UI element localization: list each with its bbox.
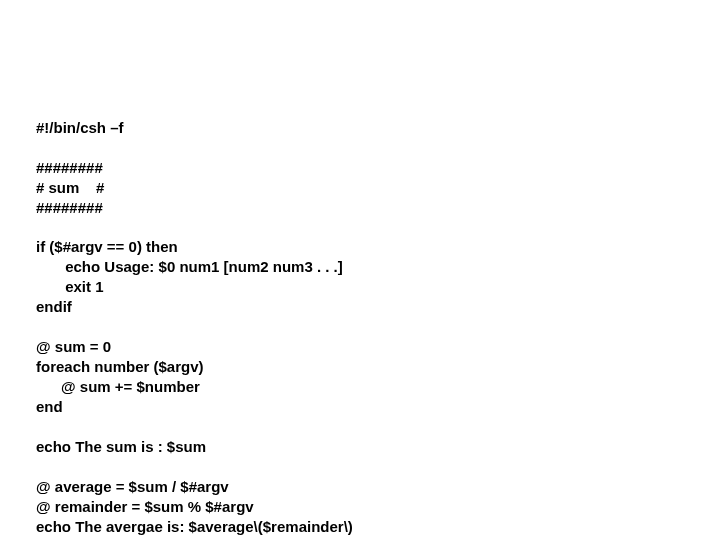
code-line: end xyxy=(36,398,63,415)
code-line: ######## xyxy=(36,159,103,176)
code-line: endif xyxy=(36,298,72,315)
code-line: #!/bin/csh –f xyxy=(36,119,124,136)
code-line: if ($#argv == 0) then xyxy=(36,238,178,255)
code-line: echo The sum is : $sum xyxy=(36,438,206,455)
code-line: @ remainder = $sum % $#argv xyxy=(36,498,254,515)
code-line: ######## xyxy=(36,199,103,216)
code-line: # sum # xyxy=(36,179,104,196)
code-line: echo Usage: $0 num1 [num2 num3 . . .] xyxy=(36,258,343,275)
code-line: exit 1 xyxy=(36,278,104,295)
code-line: @ sum = 0 xyxy=(36,338,111,355)
code-line: echo The avergae is: $average\($remainde… xyxy=(36,518,353,535)
script-content: #!/bin/csh –f ######## # sum # ######## … xyxy=(36,118,684,537)
code-line: foreach number ($argv) xyxy=(36,358,204,375)
code-line: @ average = $sum / $#argv xyxy=(36,478,229,495)
code-line: @ sum += $number xyxy=(36,378,200,395)
